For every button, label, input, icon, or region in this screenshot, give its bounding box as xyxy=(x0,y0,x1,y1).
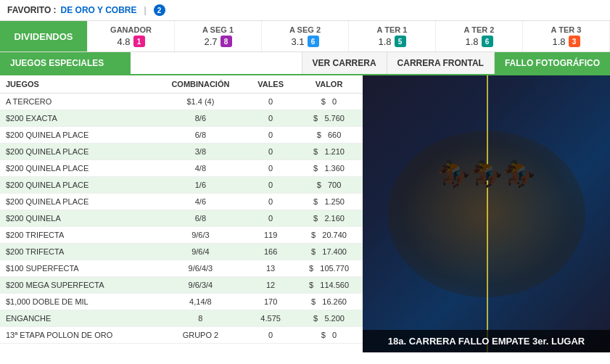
juegos-table: JUEGOSCOMBINACIÓNVALESVALOR A TERCERO $1… xyxy=(0,75,363,344)
vales: 166 xyxy=(246,244,295,260)
juego-name: $200 QUINELA PLACE xyxy=(0,144,155,160)
div-col-value: 2.7 8 xyxy=(182,36,254,47)
combinacion: GRUPO 2 xyxy=(155,327,247,344)
vales: 0 xyxy=(246,194,295,210)
vales: 0 xyxy=(246,110,295,127)
table-row: $200 QUINELA 6/8 0 $ 2.160 xyxy=(0,210,363,227)
juego-name: $1,000 DOBLE DE MIL xyxy=(0,294,155,310)
horse-number-badge: 2 xyxy=(154,4,165,16)
div-col-label: A TER 1 xyxy=(356,25,428,34)
vales: 0 xyxy=(246,160,295,177)
valor: $ 105.770 xyxy=(295,260,363,277)
col-header-valor: VALOR xyxy=(295,75,363,94)
div-col-label: A TER 3 xyxy=(530,25,602,34)
image-section: 18a. CARRERA FALLO EMPATE 3er. LUGAR xyxy=(363,75,610,352)
combinacion: 9/6/3 xyxy=(155,227,247,244)
div-col-label: A SEG 2 xyxy=(269,25,341,34)
table-row: 13ª ETAPA POLLON DE ORO GRUPO 2 0 $ 0 xyxy=(0,327,363,344)
dividendo-col-a-seg-2: A SEG 2 3.1 6 xyxy=(262,21,349,51)
combinacion: 9/6/4/3 xyxy=(155,260,247,277)
vales: 0 xyxy=(246,177,295,194)
combinacion: $1.4 (4) xyxy=(155,94,247,110)
div-badge: 6 xyxy=(308,36,319,47)
horse-visual xyxy=(363,75,610,352)
juego-name: $200 EXACTA xyxy=(0,110,155,127)
div-col-value: 4.8 1 xyxy=(95,36,167,47)
table-row: $200 QUINELA PLACE 1/6 0 $ 700 xyxy=(0,177,363,194)
combinacion: 9/6/3/4 xyxy=(155,277,247,294)
juego-name: $200 MEGA SUPERFECTA xyxy=(0,277,155,294)
valor: $ 5.200 xyxy=(295,310,363,327)
dividendo-col-ganador: GANADOR 4.8 1 xyxy=(88,21,175,51)
table-row: $100 SUPERFECTA 9/6/4/3 13 $ 105.770 xyxy=(0,260,363,277)
table-section: JUEGOSCOMBINACIÓNVALESVALOR A TERCERO $1… xyxy=(0,75,363,352)
dividendo-col-a-ter-3: A TER 3 1.8 3 xyxy=(523,21,610,51)
juegos-especiales-label: JUEGOS ESPECIALES xyxy=(0,52,131,74)
div-col-value: 1.8 6 xyxy=(443,36,515,47)
col-header-vales: VALES xyxy=(246,75,295,94)
dividendo-col-a-ter-2: A TER 2 1.8 6 xyxy=(436,21,523,51)
dividendo-col-a-seg-1: A SEG 1 2.7 8 xyxy=(175,21,262,51)
div-col-label: A SEG 1 xyxy=(182,25,254,34)
valor: $ 0 xyxy=(295,94,363,110)
div-col-value: 1.8 5 xyxy=(356,36,428,47)
div-badge: 1 xyxy=(133,36,145,47)
valor: $ 1.210 xyxy=(295,144,363,160)
valor: $ 1.360 xyxy=(295,160,363,177)
table-row: $200 QUINELA PLACE 6/8 0 $ 660 xyxy=(0,127,363,144)
juego-name: $200 TRIFECTA xyxy=(0,227,155,244)
valor: $ 0 xyxy=(295,327,363,344)
div-col-value: 1.8 3 xyxy=(530,36,602,47)
vales: 0 xyxy=(246,144,295,160)
valor: $ 5.760 xyxy=(295,110,363,127)
valor: $ 17.400 xyxy=(295,244,363,260)
yellow-line xyxy=(487,75,488,352)
dividendos-button[interactable]: DIVIDENDOS xyxy=(0,21,87,51)
nav-row: JUEGOS ESPECIALES VER CARRERACARRERA FRO… xyxy=(0,52,610,75)
juego-name: $200 TRIFECTA xyxy=(0,244,155,260)
vales: 13 xyxy=(246,260,295,277)
combinacion: 3/8 xyxy=(155,144,247,160)
valor: $ 16.260 xyxy=(295,294,363,310)
valor: $ 114.560 xyxy=(295,277,363,294)
juego-name: $200 QUINELA PLACE xyxy=(0,194,155,210)
header-bar: FAVORITO : DE ORO Y COBRE | 2 xyxy=(0,0,610,21)
vales: 0 xyxy=(246,210,295,227)
combinacion: 8/6 xyxy=(155,110,247,127)
valor: $ 700 xyxy=(295,177,363,194)
juego-name: A TERCERO xyxy=(0,94,155,110)
nav-tab-carrera-frontal[interactable]: CARRERA FRONTAL xyxy=(387,52,494,74)
vales: 12 xyxy=(246,277,295,294)
table-row: $200 QUINELA PLACE 3/8 0 $ 1.210 xyxy=(0,144,363,160)
nav-tabs: VER CARRERACARRERA FRONTALFALLO FOTOGRÁF… xyxy=(302,52,610,74)
div-badge: 5 xyxy=(395,36,406,47)
table-row: $200 TRIFECTA 9/6/4 166 $ 17.400 xyxy=(0,244,363,260)
div-col-value: 3.1 6 xyxy=(269,36,341,47)
dividendos-row: DIVIDENDOS GANADOR 4.8 1 A SEG 1 2.7 8 A… xyxy=(0,21,610,52)
combinacion: 9/6/4 xyxy=(155,244,247,260)
juego-name: ENGANCHE xyxy=(0,310,155,327)
combinacion: 8 xyxy=(155,310,247,327)
valor: $ 20.740 xyxy=(295,227,363,244)
div-badge: 8 xyxy=(220,36,232,47)
juego-name: $200 QUINELA xyxy=(0,210,155,227)
div-col-label: A TER 2 xyxy=(443,25,515,34)
favorito-label: FAVORITO : xyxy=(7,5,57,15)
valor: $ 1.250 xyxy=(295,194,363,210)
col-header-combinación: COMBINACIÓN xyxy=(155,75,247,94)
col-header-juegos: JUEGOS xyxy=(0,75,155,94)
combinacion: 4,14/8 xyxy=(155,294,247,310)
vales: 4.575 xyxy=(246,310,295,327)
dividendo-col-a-ter-1: A TER 1 1.8 5 xyxy=(349,21,436,51)
race-image-caption: 18a. CARRERA FALLO EMPATE 3er. LUGAR xyxy=(363,330,610,352)
valor: $ 660 xyxy=(295,127,363,144)
vales: 0 xyxy=(246,327,295,344)
nav-tab-fallo-fotográfico[interactable]: FALLO FOTOGRÁFICO xyxy=(494,52,610,74)
nav-tab-ver-carrera[interactable]: VER CARRERA xyxy=(302,52,387,74)
vales: 0 xyxy=(246,94,295,110)
combinacion: 1/6 xyxy=(155,177,247,194)
combinacion: 6/8 xyxy=(155,127,247,144)
table-row: $200 QUINELA PLACE 4/6 0 $ 1.250 xyxy=(0,194,363,210)
vales: 170 xyxy=(246,294,295,310)
juego-name: $200 QUINELA PLACE xyxy=(0,127,155,144)
